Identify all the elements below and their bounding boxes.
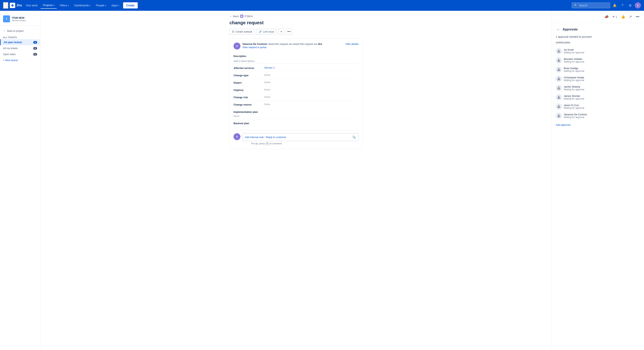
approver-row: Avi Knoll Waiting for approval (556, 46, 640, 56)
announce-icon[interactable]: 📣 (604, 14, 610, 20)
field-label-implementation-plan: Implementation plan (234, 110, 258, 113)
hide-details-button[interactable]: Hide details (346, 43, 358, 46)
link-icon: 🔗 (259, 30, 262, 33)
sidebar: I ITSM NEW Service project ← Back to pro… (0, 11, 40, 350)
add-note-tab[interactable]: Add internal note (245, 136, 264, 139)
field-change-type: Change type None (234, 72, 358, 79)
requester-info: V Vanessa De Coninck raised this request… (234, 43, 322, 50)
content-area: ← Back ITSM-6 change request ☰ Create su… (225, 11, 367, 153)
comment-input[interactable]: Add internal note / Reply to customer 📎 (242, 133, 358, 141)
settings-icon[interactable]: ⚙ (627, 2, 633, 9)
field-change-risk: Change risk None (234, 94, 358, 101)
field-label-change-risk: Change risk (234, 96, 264, 99)
approver-name: Jason D Cruz (564, 104, 584, 107)
reply-tab[interactable]: Reply to customer (266, 136, 286, 139)
sidebar-item-open-tasks[interactable]: Open tasks 0 (0, 51, 40, 57)
approvals-section: ← Approvals 1 approval needed to proceed… (552, 23, 644, 132)
keyboard-shortcut: M (266, 142, 269, 145)
create-button[interactable]: Create (123, 2, 138, 9)
sidebar-badge-my-tickets: 0 (33, 47, 37, 50)
main-content: ← Back ITSM-6 change request ☰ Create su… (40, 11, 552, 350)
field-value-affected-services[interactable]: Service 1 (264, 66, 358, 69)
sidebar-item-all-my-tickets[interactable]: All my tickets 0 (0, 45, 40, 51)
subtask-icon: ☰ (232, 30, 234, 33)
approver-info: Brian Doidge Waiting for approval (564, 67, 584, 72)
create-subtask-button[interactable]: ☰ Create subtask (230, 29, 255, 35)
watch-button[interactable]: 👁 1 (612, 15, 618, 19)
approver-info: Jason D Cruz Waiting for approval (564, 104, 584, 109)
back-arrow-icon: ← (230, 15, 232, 18)
requester-via: Jira (318, 43, 322, 46)
tab-separator: / (264, 136, 265, 139)
project-icon: I (3, 16, 10, 22)
back-to-project[interactable]: ← Back to project (0, 28, 40, 34)
field-value-impact[interactable]: None (264, 81, 358, 84)
approvals-back-button[interactable]: ← (556, 27, 561, 32)
nav-your-work[interactable]: Your work (23, 2, 40, 9)
comment-area: V Add internal note / Reply to customer … (234, 130, 358, 145)
filters-chevron-icon: ▾ (68, 5, 69, 7)
approver-info: James Sinclair Waiting for approval (564, 95, 584, 100)
approvals-needed: 1 approval needed to proceed (556, 35, 640, 38)
field-impact: Impact None (234, 79, 358, 86)
nav-projects[interactable]: Projects ▾ (40, 2, 57, 9)
approver-avatar (556, 113, 562, 119)
nav-filters[interactable]: Filters ▾ (58, 2, 71, 9)
approver-status: Waiting for approval (564, 116, 587, 119)
link-issue-button[interactable]: 🔗 Link issue (256, 29, 276, 35)
back-button[interactable]: ← Back (230, 15, 239, 18)
toolbar-dropdown-button[interactable]: ▾ (278, 29, 284, 35)
approver-name: Vanessa De Coninck (564, 113, 587, 116)
field-urgency: Urgency None (234, 86, 358, 94)
jira-logo[interactable]: Jira (10, 3, 22, 8)
field-value-implementation-plan[interactable]: None (234, 115, 240, 117)
help-icon[interactable]: ? (620, 2, 626, 9)
project-info: ITSM NEW Service project (12, 16, 26, 22)
approver-avatar (556, 48, 562, 54)
svg-point-6 (558, 96, 560, 97)
field-change-reason: Change reason None (234, 101, 358, 108)
view-portal-link[interactable]: View request in portal (242, 46, 322, 49)
thumbs-up-icon[interactable]: 👍 (620, 14, 626, 20)
approver-status: Waiting for approval (564, 61, 584, 63)
user-avatar[interactable]: V (635, 2, 641, 9)
notifications-icon[interactable]: 🔔 (612, 2, 618, 9)
field-value-change-reason[interactable]: None (264, 103, 358, 106)
attach-icon[interactable]: 📎 (352, 135, 356, 139)
approver-name: James Sinclair (564, 95, 584, 97)
page-title: change request (230, 20, 362, 26)
new-queue-button[interactable]: + New queue (0, 57, 40, 63)
field-value-urgency[interactable]: None (264, 88, 358, 91)
field-implementation-plan: Implementation plan None (234, 108, 358, 120)
nav-people[interactable]: People ▾ (94, 2, 108, 9)
approver-name: Brendon Votteler (564, 58, 584, 61)
approver-name: Jachin Sheehy (564, 85, 584, 88)
nav-apps[interactable]: Apps ▾ (109, 2, 122, 9)
app-layout: I ITSM NEW Service project ← Back to pro… (0, 0, 644, 350)
description-section: Description Add a description... (234, 53, 358, 63)
add-approver-button[interactable]: Add approver (556, 122, 571, 128)
approver-name: Brian Doidge (564, 67, 584, 70)
approver-info: Jachin Sheehy Waiting for approval (564, 85, 584, 91)
issue-id: ITSM-6 (244, 15, 253, 18)
approver-row: Christopher Nortje Waiting for approval (556, 74, 640, 83)
field-value-change-risk[interactable]: None (264, 96, 358, 98)
field-value-change-type[interactable]: None (264, 74, 358, 77)
approver-info: Avi Knoll Waiting for approval (564, 48, 584, 54)
sidebar-project: I ITSM NEW Service project (0, 14, 40, 26)
search-bar[interactable]: 🔍 Search (572, 3, 610, 8)
detail-card: V Vanessa De Coninck raised this request… (230, 39, 362, 149)
more-options-icon[interactable]: ••• (635, 14, 640, 20)
approver-name: Avi Knoll (564, 48, 584, 51)
field-label-impact: Impact (234, 81, 264, 84)
project-name: ITSM NEW (12, 16, 26, 19)
share-icon[interactable]: ↗ (628, 14, 633, 20)
watch-count: 1 (616, 16, 617, 18)
toolbar-more-button[interactable]: ••• (286, 29, 292, 35)
sidebar-item-all-open-tickets[interactable]: All open tickets 6 (0, 39, 40, 45)
apps-chevron-icon: ▾ (118, 5, 119, 7)
grid-icon[interactable]: ⊞ (3, 2, 8, 9)
description-input[interactable]: Add a description... (234, 60, 358, 63)
eye-icon: 👁 (612, 16, 615, 18)
nav-dashboards[interactable]: Dashboards ▾ (72, 2, 93, 9)
